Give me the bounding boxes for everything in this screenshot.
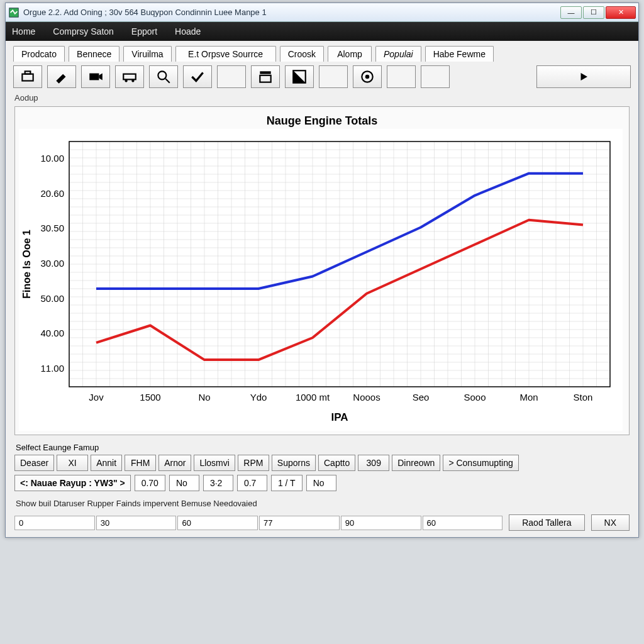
tool-gauge-icon[interactable] [353, 65, 382, 88]
svg-point-5 [125, 79, 127, 82]
svg-line-8 [165, 79, 170, 83]
svg-text:Ston: Ston [574, 392, 593, 402]
svg-text:Ydo: Ydo [250, 392, 267, 402]
value-cell-3[interactable]: 0.7 [237, 475, 267, 491]
tabstrip: Prodcato Bennece Viruilma E.t Orpsve Sou… [6, 41, 638, 62]
svg-point-13 [365, 75, 370, 79]
value-cell-1[interactable]: No [169, 475, 199, 491]
tab-alomp[interactable]: Alomp [328, 46, 372, 62]
svg-text:11.00: 11.00 [40, 363, 64, 374]
sel-btn-4[interactable]: Arnor [158, 455, 191, 471]
svg-rect-1 [22, 74, 33, 81]
svg-text:Jov: Jov [89, 392, 104, 402]
svg-point-6 [131, 79, 134, 82]
tool-blank-4[interactable] [421, 65, 450, 88]
svg-text:30.50: 30.50 [40, 223, 64, 233]
sel-btn-11[interactable]: > Consumupting [443, 455, 518, 471]
tool-blank-3[interactable] [387, 65, 416, 88]
foot-cell-2: 60 [177, 516, 258, 530]
tool-hammer-icon[interactable] [47, 65, 76, 88]
minimize-button[interactable]: — [560, 6, 582, 19]
value-cell-0[interactable]: 0.70 [135, 475, 165, 491]
chart-title: Nauge Engine Totals [19, 111, 625, 129]
svg-rect-9 [260, 71, 270, 74]
tool-vehicle-icon[interactable] [115, 65, 144, 88]
sel-btn-3[interactable]: FHM [125, 455, 156, 471]
value-row-lead: <: Nauae Rayup : YW3" > [14, 475, 131, 491]
window-title: Orgue 2.2. Add Oning ; 30v 564 Buqypon C… [23, 8, 560, 17]
app-icon [8, 7, 19, 18]
menubar: Home Comprsy Saton Epport Hoade [6, 22, 638, 41]
tab-habe-fewme[interactable]: Habe Fewme [425, 46, 494, 62]
value-cell-2[interactable]: 3·2 [203, 475, 233, 491]
tool-check-icon[interactable] [183, 65, 212, 88]
foot-cell-0: 0 [14, 516, 95, 530]
select-group-label: Selfect Eaunge Famup [6, 438, 638, 455]
foot-cell-5: 60 [423, 516, 503, 530]
status-line: Show buil Dtaruser Rupper Fainds imperve… [6, 495, 638, 512]
svg-text:40.00: 40.00 [40, 328, 64, 338]
svg-text:50.00: 50.00 [40, 293, 64, 304]
sel-btn-10[interactable]: Dinreown [392, 455, 440, 471]
tab-croosk[interactable]: Croosk [280, 46, 324, 62]
window-controls: — ☐ ✕ [560, 6, 636, 19]
sel-btn-7[interactable]: Suporns [272, 455, 316, 471]
play-button[interactable] [536, 65, 631, 88]
svg-text:30.00: 30.00 [40, 258, 64, 269]
svg-rect-3 [89, 74, 99, 80]
svg-point-7 [158, 71, 166, 79]
sel-btn-9[interactable]: 309 [358, 455, 389, 471]
svg-text:10.00: 10.00 [40, 153, 64, 164]
svg-text:No: No [198, 392, 210, 402]
tool-contrast-icon[interactable] [285, 65, 314, 88]
tab-populai[interactable]: Populai [375, 46, 421, 62]
svg-text:1000 mt: 1000 mt [296, 392, 330, 402]
tab-prodcato[interactable]: Prodcato [13, 46, 65, 62]
menu-comprsy[interactable]: Comprsy Saton [53, 26, 113, 36]
close-button[interactable]: ✕ [606, 6, 636, 19]
value-cell-4[interactable]: 1 / T [271, 475, 303, 491]
svg-rect-2 [25, 71, 31, 74]
foot-cell-4: 90 [341, 516, 421, 530]
tool-blank-2[interactable] [319, 65, 348, 88]
tab-ext-source[interactable]: E.t Orpsve Sourrce [175, 46, 276, 62]
value-row: <: Nauae Rayup : YW3" > 0.70 No 3·2 0.7 … [6, 471, 638, 495]
chart-panel: Nauge Engine Totals 10.0020.6030.5030.00… [14, 106, 630, 435]
svg-text:Sooo: Sooo [464, 392, 486, 402]
svg-text:20.60: 20.60 [40, 188, 64, 199]
tool-frame-icon[interactable] [251, 65, 280, 88]
footer-row: 0 30 60 77 90 60 Raod Tallera NX [6, 512, 638, 537]
sel-btn-2[interactable]: Annit [91, 455, 122, 471]
toolbar [6, 62, 638, 92]
tool-blank-1[interactable] [217, 65, 246, 88]
footer-btn-raod[interactable]: Raod Tallera [509, 514, 584, 531]
sel-btn-5[interactable]: Llosmvi [194, 455, 235, 471]
sel-btn-1[interactable]: XI [57, 455, 88, 471]
value-cell-5[interactable]: No [306, 475, 336, 491]
chart-area: 10.0020.6030.5030.0050.0040.0011.00Finoe… [19, 129, 623, 431]
menu-home[interactable]: Home [12, 26, 35, 36]
svg-text:IPA: IPA [331, 411, 348, 423]
sel-btn-0[interactable]: Deaser [14, 455, 54, 471]
select-group-row: Deaser XI Annit FHM Arnor Llosmvi RPM Su… [6, 455, 638, 471]
tool-box-icon[interactable] [13, 65, 42, 88]
tab-viruilma[interactable]: Viruilma [123, 46, 171, 62]
svg-text:Seo: Seo [413, 392, 430, 402]
panel-label: Aodup [6, 92, 638, 104]
svg-rect-4 [123, 74, 136, 80]
sel-btn-6[interactable]: RPM [238, 455, 269, 471]
tool-camera-icon[interactable] [81, 65, 110, 88]
sel-btn-8[interactable]: Captto [318, 455, 355, 471]
tab-bennece[interactable]: Bennece [69, 46, 119, 62]
app-window: Orgue 2.2. Add Oning ; 30v 564 Buqypon C… [5, 3, 639, 538]
tool-search-icon[interactable] [149, 65, 178, 88]
svg-rect-10 [260, 75, 270, 82]
svg-text:Nooos: Nooos [353, 392, 380, 402]
titlebar: Orgue 2.2. Add Oning ; 30v 564 Buqypon C… [6, 3, 638, 22]
menu-hoade[interactable]: Hoade [175, 26, 201, 36]
foot-cell-3: 77 [259, 516, 340, 530]
menu-epport[interactable]: Epport [131, 26, 157, 36]
footer-btn-nx[interactable]: NX [591, 514, 630, 531]
svg-text:Finoe ls Ooe 1: Finoe ls Ooe 1 [21, 230, 32, 298]
maximize-button[interactable]: ☐ [583, 6, 604, 19]
